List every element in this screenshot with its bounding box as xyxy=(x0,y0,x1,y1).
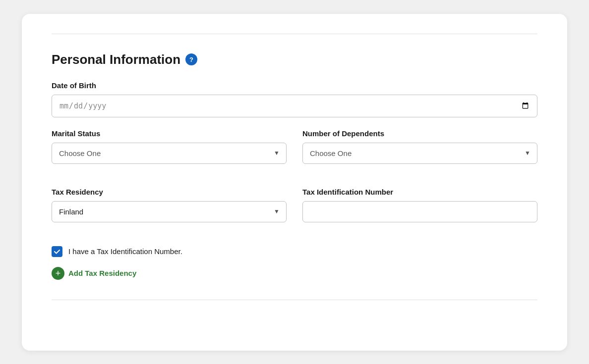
tax-id-input[interactable] xyxy=(302,201,537,222)
personal-information-card: Personal Information ? Date of Birth Mar… xyxy=(22,14,567,351)
marital-dependents-row: Marital Status Choose One Single Married… xyxy=(52,129,537,176)
tax-residency-wrapper: Finland Sweden Norway Denmark Germany ▼ xyxy=(52,201,287,222)
tax-id-label: Tax Identification Number xyxy=(302,188,537,196)
marital-status-select[interactable]: Choose One Single Married Divorced Widow… xyxy=(52,143,287,164)
page-title: Personal Information xyxy=(52,52,180,67)
date-of-birth-label: Date of Birth xyxy=(52,81,537,90)
marital-status-group: Marital Status Choose One Single Married… xyxy=(52,129,287,164)
checkbox-row: I have a Tax Identification Number. xyxy=(52,246,537,257)
add-tax-residency-label: Add Tax Residency xyxy=(68,269,136,277)
tax-id-group: Tax Identification Number xyxy=(302,188,537,222)
marital-status-wrapper: Choose One Single Married Divorced Widow… xyxy=(52,143,287,164)
checkmark-icon xyxy=(54,248,60,255)
checkbox-label: I have a Tax Identification Number. xyxy=(68,247,182,256)
help-icon[interactable]: ? xyxy=(185,53,197,65)
tax-residency-select[interactable]: Finland Sweden Norway Denmark Germany xyxy=(52,201,287,222)
dependents-wrapper: Choose One 0 1 2 3 4 5+ ▼ xyxy=(302,143,537,164)
tax-residency-group: Tax Residency Finland Sweden Norway Denm… xyxy=(52,188,287,222)
dependents-group: Number of Dependents Choose One 0 1 2 3 … xyxy=(302,129,537,164)
add-tax-residency-button[interactable]: + Add Tax Residency xyxy=(52,267,136,280)
tax-row: Tax Residency Finland Sweden Norway Denm… xyxy=(52,188,537,234)
add-circle-icon: + xyxy=(52,267,64,280)
dependents-label: Number of Dependents xyxy=(302,129,537,138)
dependents-select[interactable]: Choose One 0 1 2 3 4 5+ xyxy=(302,143,537,164)
tax-id-checkbox[interactable] xyxy=(52,246,62,257)
tax-residency-label: Tax Residency xyxy=(52,188,287,196)
date-of-birth-input[interactable] xyxy=(52,95,537,117)
bottom-divider xyxy=(52,300,537,300)
marital-status-label: Marital Status xyxy=(52,129,287,138)
section-header: Personal Information ? xyxy=(52,52,537,67)
date-of-birth-group: Date of Birth xyxy=(52,81,537,117)
top-divider xyxy=(52,34,537,34)
